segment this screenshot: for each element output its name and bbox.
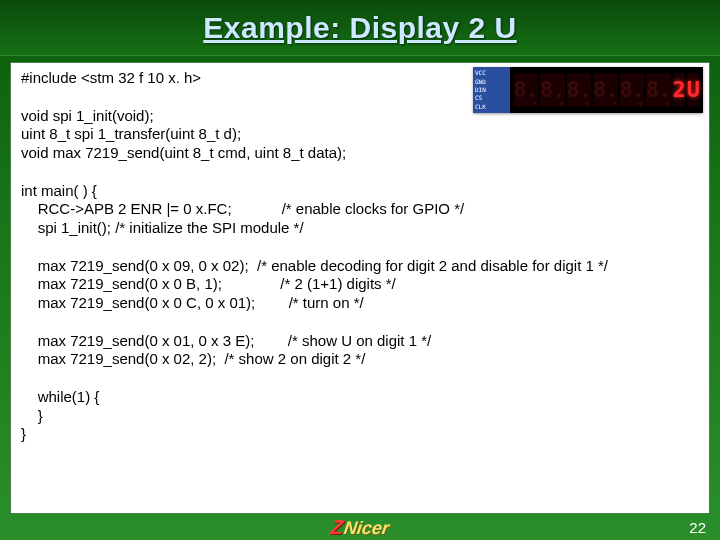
pcb-pin-header: VCC GND DIN CS CLK [473,67,510,113]
code-line: spi 1_init(); /* initialize the SPI modu… [21,219,304,236]
title-bar: Example: Display 2 U [0,0,720,56]
digit-off: 8. [620,73,645,107]
code-line: uint 8_t spi 1_transfer(uint 8_t d); [21,125,241,142]
code-line: void max 7219_send(uint 8_t cmd, uint 8_… [21,144,346,161]
code-line: RCC->APB 2 ENR |= 0 x.FC; /* enable cloc… [21,200,464,217]
slide: Example: Display 2 U VCC GND DIN CS CLK … [0,0,720,540]
hardware-photo: VCC GND DIN CS CLK 8. 8. 8. 8. 8. 8. 2 U [473,67,703,113]
code-line: int main( ) { [21,182,97,199]
digit-off: 8. [593,73,618,107]
code-line: max 7219_send(0 x 09, 0 x 02); /* enable… [21,257,608,274]
content-box: VCC GND DIN CS CLK 8. 8. 8. 8. 8. 8. 2 U… [10,62,710,514]
code-line: } [21,425,26,442]
digit-off: 8. [646,73,671,107]
digit-on-u: U [687,73,699,107]
code-line: void spi 1_init(void); [21,107,154,124]
seven-segment-display: 8. 8. 8. 8. 8. 8. 2 U [510,67,704,113]
code-line: max 7219_send(0 x 01, 0 x 3 E); /* show … [21,332,431,349]
code-line: } [21,407,43,424]
code-line: max 7219_send(0 x 0 B, 1); /* 2 (1+1) di… [21,275,396,292]
code-line: max 7219_send(0 x 02, 2); /* show 2 on d… [21,350,365,367]
code-line: #include <stm 32 f 10 x. h> [21,69,201,86]
footer: Z Nicer 22 [0,514,720,540]
code-listing: #include <stm 32 f 10 x. h> void spi 1_i… [21,69,699,444]
slide-title: Example: Display 2 U [203,11,516,45]
code-line: max 7219_send(0 x 0 C, 0 x 01); /* turn … [21,294,364,311]
pin-label: VCC [475,70,508,76]
logo: Z Nicer [331,516,389,539]
pin-label: CS [475,95,508,101]
logo-nicer: Nicer [343,518,391,539]
digit-off: 8. [567,73,592,107]
pin-label: CLK [475,104,508,110]
pin-label: GND [475,79,508,85]
page-number: 22 [689,519,706,536]
digit-off: 8. [540,73,565,107]
digit-on-2: 2 [673,73,685,107]
pin-label: DIN [475,87,508,93]
code-line: while(1) { [21,388,99,405]
digit-off: 8. [514,73,539,107]
